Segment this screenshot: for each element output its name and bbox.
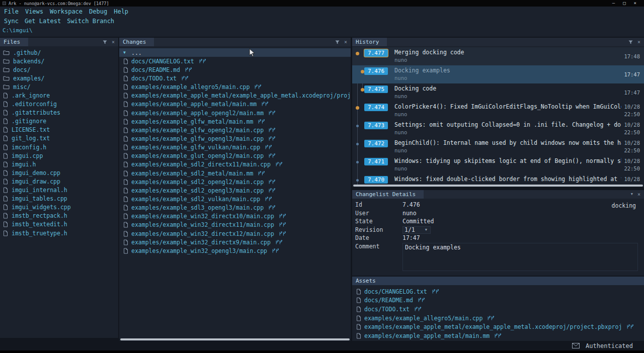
file-tree-row[interactable]: .gitattributes [0,109,118,117]
changed-file-row[interactable]: examples/example_sdl2_opengl3/main.cpp [119,186,351,195]
changed-file-row[interactable]: examples/example_win32_opengl3/main.cpp [119,246,351,255]
changed-file-row[interactable]: examples/example_glfw_metal/main.mm [119,117,351,126]
changes-root-row[interactable]: ▼... [119,48,351,57]
chevron-down-icon: ▼ [425,226,427,234]
filter-icon[interactable] [628,40,633,44]
horizontal-scrollbar[interactable] [120,338,350,340]
checkout-status-icon [494,333,502,338]
changed-file-row[interactable]: examples/example_win32_directx12/main.cp… [119,229,351,238]
chevron-down-icon[interactable]: ▼ [631,193,633,196]
changed-file-row[interactable]: docs/TODO.txt [119,74,351,82]
revision-dropdown[interactable]: 1/1▼ [403,226,431,234]
asset-file-name: examples/example_apple_metal/example_app… [364,323,622,330]
file-tree-row[interactable]: .editorconfig [0,100,118,109]
changed-file-row[interactable]: examples/example_apple_metal/example_app… [119,92,351,100]
changed-file-row[interactable]: examples/example_glut_opengl2/main.cpp [119,152,351,160]
toolbar-button-switch-branch[interactable]: Switch Branch [67,18,114,25]
files-tab[interactable]: Files [0,38,28,46]
file-tree-row[interactable]: imgui_internal.h [0,186,118,195]
maximize-button[interactable]: □ [623,1,625,6]
history-row[interactable]: 7.473Settings: omit outputing Collapsed=… [352,120,644,138]
menu-item-debug[interactable]: Debug [89,8,107,15]
minimize-button[interactable]: – [612,1,615,6]
file-tree-row[interactable]: misc/ [0,82,118,91]
commit-title: Windows: fixed double-clicked border fro… [394,175,643,183]
changed-file-row[interactable]: examples/example_glfw_opengl3/main.cpp [119,134,351,143]
asset-file-row[interactable]: examples/example_apple_metal/main.mm [352,331,644,340]
changed-file-row[interactable]: docs/CHANGELOG.txt [119,57,351,65]
changed-file-row[interactable]: examples/example_sdl2_vulkan/main.cpp [119,195,351,203]
history-row[interactable]: 7.471Windows: tidying up skipitems logic… [352,156,644,174]
changed-file-row[interactable]: examples/example_win32_directx9/main.cpp [119,238,351,246]
file-tree-row[interactable]: imgui_draw.cpp [0,177,118,186]
file-tree-row[interactable]: imconfig.h [0,143,118,151]
changed-file-row[interactable]: docs/README.md [119,65,351,74]
changed-file-row[interactable]: examples/example_sdl2_metal/main.mm [119,169,351,178]
asset-file-row[interactable]: docs/README.md [352,296,644,305]
filter-icon[interactable] [335,40,340,44]
file-tree-row[interactable]: .gitignore [0,117,118,126]
file-name: imgui.h [12,161,36,168]
file-tree-row[interactable]: examples/ [0,74,118,82]
changed-file-row[interactable]: examples/example_glfw_opengl2/main.cpp [119,126,351,134]
changed-file-row[interactable]: examples/example_apple_metal/main.mm [119,100,351,109]
file-tree-row[interactable]: imstb_rectpack.h [0,212,118,220]
menu-item-help[interactable]: Help [114,8,128,15]
changes-tab[interactable]: Changes [119,38,154,46]
changed-file-row[interactable]: examples/example_glfw_vulkan/main.cpp [119,143,351,152]
changed-file-row[interactable]: examples/example_sdl2_directx11/main.cpp [119,160,351,169]
changed-file-row[interactable]: examples/example_allegro5/main.cpp [119,83,351,92]
file-tree-row[interactable]: imstb_textedit.h [0,220,118,229]
comment-box[interactable]: Docking examples [403,243,638,271]
file-tree-row[interactable]: .github/ [0,48,118,57]
envelope-icon[interactable] [572,343,580,348]
field-value: nuno [403,210,417,217]
close-icon[interactable]: × [637,40,640,45]
close-icon[interactable]: × [637,192,640,197]
history-row[interactable]: 7.476Docking examplesnuno17:47 [352,65,644,83]
asset-file-row[interactable]: docs/CHANGELOG.txt [352,287,644,296]
asset-file-row[interactable]: examples/example_allegro5/main.cpp [352,314,644,323]
history-row[interactable]: 7.472BeginChild(): Internal name used by… [352,138,644,156]
details-tab[interactable]: Changelist Details [352,190,424,199]
file-tree-row[interactable]: imgui_tables.cpp [0,195,118,203]
file-tree-row[interactable]: git_log.txt [0,134,118,143]
close-icon[interactable]: × [344,40,347,45]
history-row[interactable]: 7.475Docking codenuno17:47 [352,83,644,102]
changed-file-row[interactable]: examples/example_sdl3_opengl3/main.cpp [119,204,351,212]
detail-field: CommentDocking examples [355,243,638,271]
changed-file-row[interactable]: examples/example_win32_directx10/main.cp… [119,212,351,221]
changed-file-row[interactable]: examples/example_win32_directx11/main.cp… [119,221,351,229]
menu-item-workspace[interactable]: Workspace [50,8,83,15]
history-row[interactable]: 7.477Merging docking codenuno17:48 [352,47,644,65]
file-tree-row[interactable]: imgui_demo.cpp [0,168,118,177]
toolbar-button-get-latest[interactable]: Get Latest [25,18,61,25]
expander-icon[interactable]: ▼ [123,50,128,55]
menu-item-views[interactable]: Views [25,8,43,15]
commit-time: 22:50 [624,111,640,118]
menu-item-file[interactable]: File [4,8,19,15]
close-icon[interactable]: × [112,40,115,45]
toolbar-button-sync[interactable]: Sync [4,18,19,25]
file-tree-row[interactable]: imgui.h [0,160,118,168]
asset-file-row[interactable]: docs/TODO.txt [352,305,644,314]
file-tree-row[interactable]: imstb_truetype.h [0,229,118,237]
file-tree-row[interactable]: docs/ [0,65,118,74]
asset-file-row[interactable]: examples/example_apple_metal/example_app… [352,322,644,331]
file-tree-row[interactable]: LICENSE.txt [0,126,118,134]
filter-icon[interactable] [103,40,107,44]
file-tree-row[interactable]: backends/ [0,57,118,65]
history-row[interactable]: 7.470Windows: fixed double-clicked borde… [352,174,644,185]
file-tree-row[interactable]: imgui.cpp [0,151,118,160]
history-row[interactable]: 7.474ColorPicker4(): Fixed ImGuiColorEdi… [352,102,644,120]
changed-file-row[interactable]: examples/example_apple_opengl2/main.mm [119,109,351,117]
changed-file-row[interactable]: examples/example_sdl2_opengl2/main.cpp [119,178,351,186]
changed-file-name: examples/example_win32_directx9/main.cpp [131,239,271,246]
horizontal-scrollbar[interactable] [353,185,643,187]
file-tree-row[interactable]: imgui_widgets.cpp [0,203,118,212]
history-tab[interactable]: History [352,38,387,46]
commit-time: 17:47 [624,89,640,97]
file-tree-row[interactable]: .ark_ignore [0,91,118,100]
close-button[interactable]: × [634,1,636,6]
folder-icon [3,50,10,55]
